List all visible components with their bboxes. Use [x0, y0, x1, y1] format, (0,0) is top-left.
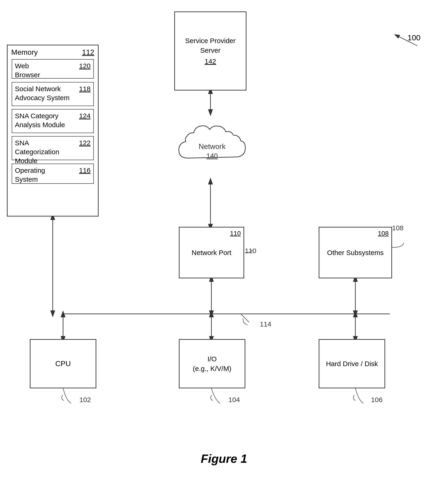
operating-system-box: OperatingSystem 116 [12, 164, 94, 184]
operating-system-label: OperatingSystem [15, 166, 45, 184]
ref-106: 106 [351, 394, 382, 404]
sna-categorization-label: SNACategorization Module [15, 138, 77, 165]
ref-102: 102 [59, 394, 91, 404]
sp-server-label: Service Provider Server [185, 37, 236, 54]
ref-108: 108 [392, 224, 404, 232]
web-browser-label: WebBrowser [15, 61, 40, 79]
ref-114: 114 [242, 317, 271, 328]
hard-drive-box: Hard Drive / Disk [319, 339, 385, 388]
ref-100: 100 [407, 33, 420, 42]
ref-110: 110 [245, 247, 256, 255]
web-browser-box: WebBrowser 120 [12, 59, 94, 79]
svg-text:Network: Network [199, 142, 226, 150]
io-box: I/O(e.g., K/V/M) [179, 339, 245, 388]
diagram: Service Provider Server 142 Network 140 … [0, 0, 448, 477]
other-subsystems-label: Other Subsystems [327, 248, 384, 257]
sna-categorization-box: SNACategorization Module 122 [12, 136, 94, 160]
social-network-number: 118 [79, 84, 91, 93]
network-port-box: Network Port 110 [179, 227, 244, 278]
network-port-number: 110 [230, 229, 241, 238]
figure-caption: Figure 1 [0, 452, 448, 465]
memory-box: Memory 112 WebBrowser 120 Social Network… [7, 45, 99, 216]
service-provider-server-box: Service Provider Server 142 [174, 12, 247, 90]
social-network-box: Social NetworkAdvocacy System 118 [12, 82, 94, 106]
io-label: I/O(e.g., K/V/M) [193, 354, 231, 373]
sna-categorization-number: 122 [79, 138, 91, 147]
sna-category-label: SNA CategoryAnalysis Module [15, 111, 65, 129]
other-subsystems-number: 108 [378, 229, 389, 238]
cpu-label: CPU [55, 359, 71, 369]
sna-category-box: SNA CategoryAnalysis Module 124 [12, 109, 94, 133]
ref-104: 104 [208, 394, 240, 404]
sna-category-number: 124 [79, 111, 91, 120]
operating-system-number: 116 [79, 166, 91, 175]
svg-text:140: 140 [206, 152, 218, 160]
network-port-label: Network Port [192, 248, 231, 257]
social-network-label: Social NetworkAdvocacy System [15, 84, 69, 102]
hard-drive-label: Hard Drive / Disk [326, 359, 378, 369]
other-subsystems-box: Other Subsystems 108 [319, 227, 392, 278]
memory-number: 112 [82, 48, 94, 57]
cpu-box: CPU [30, 339, 96, 388]
memory-label: Memory [11, 48, 38, 57]
network-cloud: Network 140 [170, 112, 252, 181]
web-browser-number: 120 [79, 61, 91, 70]
sp-server-number: 142 [205, 58, 216, 65]
